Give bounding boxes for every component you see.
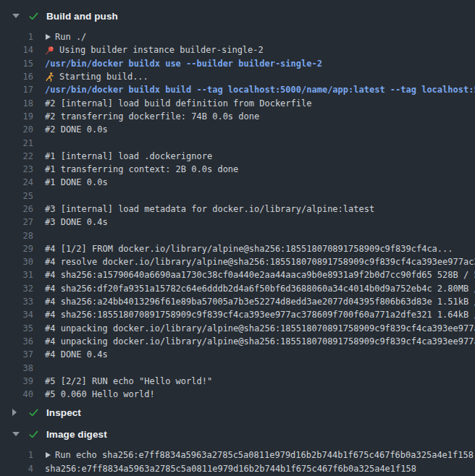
log-line-number[interactable]: 40 bbox=[0, 389, 33, 399]
log-line-text: #1 transferring context: 2B 0.0s done bbox=[45, 164, 238, 174]
log-line-text: #1 DONE 0.0s bbox=[45, 177, 108, 187]
log-line: 25 bbox=[0, 190, 475, 203]
log-line-number[interactable]: 35 bbox=[0, 323, 33, 333]
log-line-number[interactable]: 24 bbox=[0, 177, 33, 187]
section-title: Build and push bbox=[46, 11, 118, 22]
expand-toggle-icon[interactable] bbox=[46, 452, 51, 458]
log-section-image-digest: Image digest 1 Run echo sha256:e7ff8834a… bbox=[0, 425, 475, 475]
log-line-number[interactable]: 36 bbox=[0, 336, 33, 347]
log-line-text: #4 DONE 0.4s bbox=[45, 349, 108, 360]
log-line-number[interactable]: 39 bbox=[0, 376, 33, 386]
log-line: 15 /usr/bin/docker buildx use --builder … bbox=[0, 57, 475, 70]
log-line: 30 #4 resolve docker.io/library/alpine@s… bbox=[0, 255, 475, 268]
log-line-text: Using builder instance builder-single-2 bbox=[59, 45, 264, 55]
section-header-image-digest[interactable]: Image digest bbox=[0, 425, 475, 443]
log-line-number[interactable]: 37 bbox=[0, 349, 33, 360]
log-line-number[interactable]: 23 bbox=[0, 164, 33, 174]
log-line-text: Run echo sha256:e7ff8834a5963a2785c5a081… bbox=[55, 450, 474, 460]
section-title: Image digest bbox=[46, 429, 107, 440]
log-line-number[interactable]: 29 bbox=[0, 244, 33, 254]
log-line: 17 /usr/bin/docker buildx build --tag lo… bbox=[0, 83, 475, 96]
check-icon bbox=[28, 11, 39, 22]
log-line: 27 #3 DONE 0.4s bbox=[0, 216, 475, 229]
log-line: 33 #4 sha256:a24bb4013296f61e89ba57005a7… bbox=[0, 295, 475, 308]
log-line-number[interactable]: 30 bbox=[0, 257, 33, 267]
log-line-text: #4 resolve docker.io/library/alpine@sha2… bbox=[45, 257, 475, 267]
log-line-text: /usr/bin/docker buildx use --builder bui… bbox=[45, 59, 322, 69]
log-line-number[interactable]: 19 bbox=[0, 111, 33, 122]
log-line-text: #5 0.060 Hello world! bbox=[45, 389, 155, 399]
log-line-text: #2 DONE 0.0s bbox=[45, 124, 108, 135]
log-line-number[interactable]: 1 bbox=[0, 32, 33, 42]
log-line: 32 #4 sha256:df20fa9351a15782c64e6dddb2d… bbox=[0, 282, 475, 295]
log-line: 19 #2 transferring dockerfile: 74B 0.0s … bbox=[0, 110, 475, 123]
log-line-number[interactable]: 34 bbox=[0, 310, 33, 320]
log-line: 37 #4 DONE 0.4s bbox=[0, 348, 475, 361]
log-line: 18 #2 [internal] load build definition f… bbox=[0, 96, 475, 109]
log-line-text: #4 sha256:df20fa9351a15782c64e6dddb2d4a6… bbox=[45, 284, 475, 294]
log-line-text: #2 transferring dockerfile: 74B 0.0s don… bbox=[45, 111, 259, 122]
log-line-text: #4 unpacking docker.io/library/alpine@sh… bbox=[45, 323, 475, 333]
log-line: 14 Using builder instance builder-single… bbox=[0, 43, 475, 56]
log-line-text: #2 [internal] load build definition from… bbox=[45, 98, 311, 109]
log-line-text: Starting build... bbox=[59, 72, 148, 82]
log-line: 26 #3 [internal] load metadata for docke… bbox=[0, 203, 475, 216]
log-line: 22 #1 [internal] load .dockerignore bbox=[0, 150, 475, 163]
log-line: 24 #1 DONE 0.0s bbox=[0, 176, 475, 189]
log-line-number[interactable]: 21 bbox=[0, 138, 33, 148]
log-line-number[interactable]: 25 bbox=[0, 191, 33, 201]
log-line-text: Run ./ bbox=[55, 32, 86, 42]
log-line-number[interactable]: 17 bbox=[0, 85, 33, 95]
log-line-number[interactable]: 33 bbox=[0, 297, 33, 307]
log-line-number[interactable]: 4 bbox=[0, 464, 33, 474]
log-section-inspect: Inspect bbox=[0, 404, 475, 421]
log-line-text: /usr/bin/docker buildx build --tag local… bbox=[45, 85, 475, 95]
log-line: 36 #4 unpacking docker.io/library/alpine… bbox=[0, 335, 475, 348]
log-line: 1 Run echo sha256:e7ff8834a5963a2785c5a0… bbox=[0, 449, 475, 462]
log-line-number[interactable]: 15 bbox=[0, 59, 33, 69]
log-line-number[interactable]: 16 bbox=[0, 72, 33, 82]
log-line: 39 #5 [2/2] RUN echo "Hello world!" bbox=[0, 375, 475, 388]
runner-icon bbox=[44, 72, 55, 82]
log-line-text: #1 [internal] load .dockerignore bbox=[45, 151, 212, 161]
expand-toggle-icon[interactable] bbox=[46, 34, 51, 40]
pushpin-icon bbox=[44, 45, 55, 56]
log-line: 20 #2 DONE 0.0s bbox=[0, 123, 475, 136]
chevron-down-icon bbox=[12, 14, 20, 18]
log-line-number[interactable]: 22 bbox=[0, 151, 33, 161]
log-line-number[interactable]: 20 bbox=[0, 124, 33, 135]
log-line: 38 bbox=[0, 361, 475, 374]
log-line: 4 sha256:e7ff8834a5963a2785c5a0811e979d1… bbox=[0, 462, 475, 475]
log-line-text: sha256:e7ff8834a5963a2785c5a0811e979d16b… bbox=[45, 464, 416, 474]
section-header-build-and-push[interactable]: Build and push bbox=[0, 7, 475, 25]
section-log-lines: 1 Run echo sha256:e7ff8834a5963a2785c5a0… bbox=[0, 449, 475, 475]
log-line-number[interactable]: 18 bbox=[0, 98, 33, 109]
log-line: 1 Run ./ bbox=[0, 30, 475, 43]
log-line-number[interactable]: 38 bbox=[0, 363, 33, 373]
chevron-right-icon bbox=[12, 409, 17, 416]
log-section-build-and-push: Build and push 1 Run ./ 14 Using builder… bbox=[0, 7, 475, 401]
log-line: 40 #5 0.060 Hello world! bbox=[0, 388, 475, 401]
section-log-lines: 1 Run ./ 14 Using builder instance build… bbox=[0, 30, 475, 401]
section-header-inspect[interactable]: Inspect bbox=[0, 404, 475, 421]
log-line-text: #4 sha256:a24bb4013296f61e89ba57005a7b3e… bbox=[45, 297, 475, 307]
check-icon bbox=[28, 407, 39, 418]
log-line: 29 #4 [1/2] FROM docker.io/library/alpin… bbox=[0, 242, 475, 255]
log-line-number[interactable]: 1 bbox=[0, 450, 33, 460]
log-line-number[interactable]: 28 bbox=[0, 231, 33, 241]
check-icon bbox=[28, 429, 39, 440]
log-line: 28 bbox=[0, 229, 475, 242]
log-line-text: #4 unpacking docker.io/library/alpine@sh… bbox=[45, 336, 475, 347]
log-line-text: #4 sha256:a15790640a6690aa1730c38cf0a440… bbox=[45, 270, 475, 280]
log-line-number[interactable]: 27 bbox=[0, 217, 33, 227]
log-line-number[interactable]: 14 bbox=[0, 45, 33, 55]
log-line-number[interactable]: 32 bbox=[0, 284, 33, 294]
log-line: 23 #1 transferring context: 2B 0.0s done bbox=[0, 163, 475, 176]
log-line-text: #4 sha256:185518070891758909c9f839cf4ca3… bbox=[45, 310, 475, 320]
log-line-number[interactable]: 26 bbox=[0, 204, 33, 214]
log-line-text: #3 [internal] load metadata for docker.i… bbox=[45, 204, 374, 214]
section-title: Inspect bbox=[46, 407, 81, 418]
log-line-number[interactable]: 31 bbox=[0, 270, 33, 280]
log-line: 35 #4 unpacking docker.io/library/alpine… bbox=[0, 322, 475, 335]
log-line-text: #4 [1/2] FROM docker.io/library/alpine@s… bbox=[45, 244, 453, 254]
